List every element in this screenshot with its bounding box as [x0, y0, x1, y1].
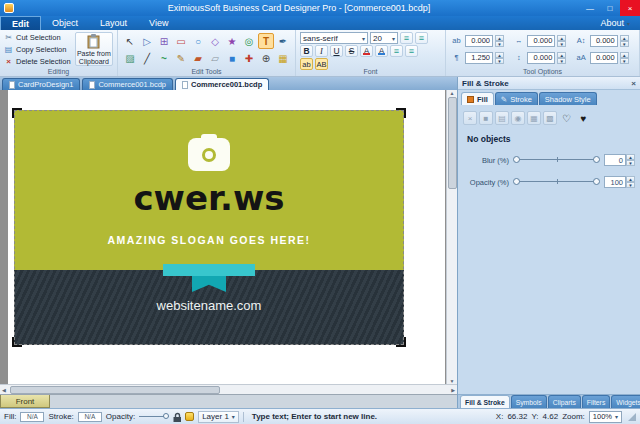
- offset-x-spinner[interactable]: ↔ 0.000 ▲▼: [512, 33, 572, 49]
- font-color-button[interactable]: A: [360, 45, 373, 57]
- design-page[interactable]: cwer.ws AMAZING SLOGAN GOES HERE! websit…: [8, 90, 445, 384]
- transform-tool[interactable]: ⊞: [156, 33, 172, 49]
- panel-bottom-tab-symbols[interactable]: Symbols: [511, 395, 547, 408]
- bold-button[interactable]: B: [300, 45, 313, 57]
- fill-tool[interactable]: ■: [224, 50, 240, 66]
- card-website-text[interactable]: websitename.com: [14, 298, 404, 313]
- tab-object[interactable]: Object: [41, 16, 89, 30]
- eraser-tool[interactable]: ▱: [207, 50, 223, 66]
- panel-close-icon[interactable]: ×: [631, 79, 636, 88]
- delete-selection-button[interactable]: × Delete Selection: [4, 56, 71, 66]
- grid-tool[interactable]: ▦: [275, 50, 291, 66]
- letter-spacing-spinner[interactable]: ab 0.000 ▲▼: [450, 33, 510, 49]
- card-slogan-text[interactable]: AMAZING SLOGAN GOES HERE!: [14, 234, 404, 246]
- opacity-slider-thumb[interactable]: [593, 178, 600, 185]
- polygon-tool[interactable]: ◇: [207, 33, 223, 49]
- vertical-scroll-thumb[interactable]: [448, 97, 457, 189]
- baseline-spinner[interactable]: aA 0.000 ▲▼: [575, 50, 635, 66]
- node-edit-tool[interactable]: ▷: [139, 33, 155, 49]
- zoom-tool[interactable]: ⊕: [258, 50, 274, 66]
- page-tab-front[interactable]: Front: [0, 395, 50, 408]
- blur-slider[interactable]: [513, 154, 600, 166]
- pencil-tool[interactable]: ✎: [173, 50, 189, 66]
- spiral-tool[interactable]: ◎: [241, 33, 257, 49]
- align-left-button[interactable]: ≡: [400, 32, 413, 44]
- copy-selection-button[interactable]: ▤ Copy Selection: [4, 44, 71, 54]
- panel-tab-stroke[interactable]: ✎ Stroke: [495, 92, 538, 105]
- blur-spinner[interactable]: 0 ▲▼: [604, 154, 635, 166]
- opacity-value[interactable]: 100: [604, 176, 626, 188]
- opacity-slider[interactable]: [513, 176, 600, 188]
- highlight-color-button[interactable]: A: [375, 45, 388, 57]
- line-spacing-spinner[interactable]: ¶ 1.250 ▲▼: [450, 50, 510, 66]
- zoom-select[interactable]: 100% ▾: [589, 411, 622, 423]
- kerning-spinner[interactable]: A↕ 0.000 ▲▼: [575, 33, 635, 49]
- brush-tool[interactable]: ▰: [190, 50, 206, 66]
- spinner-arrows[interactable]: ▲▼: [626, 176, 635, 188]
- italic-button[interactable]: I: [315, 45, 328, 57]
- panel-bottom-tab-widgets[interactable]: Widgets: [611, 395, 640, 408]
- paste-from-clipboard-button[interactable]: Paste from Clipboard: [75, 32, 113, 66]
- minimize-button[interactable]: —: [580, 0, 600, 16]
- baseline-value[interactable]: 0.000: [590, 52, 618, 64]
- layer-color-icon[interactable]: [185, 412, 194, 421]
- layer-select[interactable]: Layer 1 ▾: [198, 411, 239, 423]
- fill-linear-gradient-button[interactable]: ▤: [495, 111, 509, 125]
- pen-tool[interactable]: ✒: [275, 33, 291, 49]
- align-right-button[interactable]: ≡: [390, 45, 403, 57]
- close-button[interactable]: ×: [620, 0, 640, 16]
- business-card-object[interactable]: cwer.ws AMAZING SLOGAN GOES HERE! websit…: [14, 110, 404, 345]
- doc-tab-commerce001-active[interactable]: Commerce001.bcdp: [175, 78, 269, 90]
- panel-bottom-tab-cliparts[interactable]: Cliparts: [548, 395, 581, 408]
- scroll-left-icon[interactable]: ◀: [0, 387, 8, 393]
- eyedropper-tool[interactable]: ✚: [241, 50, 257, 66]
- card-brand-text[interactable]: cwer.ws: [14, 178, 404, 218]
- camera-icon[interactable]: [188, 138, 230, 171]
- panel-bottom-tab-fill-stroke[interactable]: Fill & Stroke: [460, 395, 510, 408]
- line-tool[interactable]: ╱: [139, 50, 155, 66]
- tab-layout[interactable]: Layout: [89, 16, 138, 30]
- lock-icon[interactable]: [173, 412, 181, 422]
- spinner-arrows[interactable]: ▲▼: [620, 52, 629, 64]
- card-ribbon-bar[interactable]: [163, 264, 255, 276]
- offset-y-value[interactable]: 0.000: [527, 52, 555, 64]
- blur-slider-thumb[interactable]: [513, 156, 520, 163]
- horizontal-scroll-thumb[interactable]: [10, 386, 220, 394]
- fill-pattern-button[interactable]: ▦: [527, 111, 541, 125]
- fill-texture-button[interactable]: ▩: [543, 111, 557, 125]
- offset-x-value[interactable]: 0.000: [527, 35, 555, 47]
- kerning-value[interactable]: 0.000: [590, 35, 618, 47]
- tab-view[interactable]: View: [138, 16, 179, 30]
- horizontal-scrollbar[interactable]: ◀ ▶: [0, 384, 457, 394]
- spinner-arrows[interactable]: ▲▼: [557, 35, 566, 47]
- font-family-select[interactable]: sans-serif ▾: [300, 32, 368, 44]
- ellipse-tool[interactable]: ○: [190, 33, 206, 49]
- fill-solid-button[interactable]: ■: [479, 111, 493, 125]
- cut-selection-button[interactable]: ✂ Cut Selection: [4, 32, 71, 42]
- panel-tab-fill[interactable]: Fill: [461, 92, 494, 105]
- align-center-button[interactable]: ≡: [415, 32, 428, 44]
- fill-none-button[interactable]: ×: [463, 111, 477, 125]
- align-justify-button[interactable]: ≡: [405, 45, 418, 57]
- vertical-scrollbar[interactable]: ▲ ▼: [446, 90, 457, 384]
- canvas-area[interactable]: cwer.ws AMAZING SLOGAN GOES HERE! websit…: [0, 90, 457, 384]
- spinner-arrows[interactable]: ▲▼: [557, 52, 566, 64]
- curve-tool[interactable]: ~: [156, 50, 172, 66]
- spinner-arrows[interactable]: ▲▼: [626, 154, 635, 166]
- gradient-tool[interactable]: ▨: [122, 50, 138, 66]
- offset-y-spinner[interactable]: ↕ 0.000 ▲▼: [512, 50, 572, 66]
- maximize-button[interactable]: □: [600, 0, 620, 16]
- blur-value[interactable]: 0: [604, 154, 626, 166]
- panel-bottom-tab-filters[interactable]: Filters: [582, 395, 611, 408]
- line-spacing-value[interactable]: 1.250: [465, 52, 493, 64]
- select-tool[interactable]: ↖: [122, 33, 138, 49]
- spinner-arrows[interactable]: ▲▼: [495, 35, 504, 47]
- tab-edit[interactable]: Edit: [0, 16, 41, 30]
- panel-tab-shadow-style[interactable]: Shadow Style: [539, 92, 597, 105]
- doc-tab-commerce001-a[interactable]: Commerce001.bcdp: [82, 78, 173, 90]
- favorite-outline-icon[interactable]: ♡: [559, 111, 574, 125]
- underline-button[interactable]: U: [330, 45, 343, 57]
- rectangle-tool[interactable]: ▭: [173, 33, 189, 49]
- stroke-status-swatch[interactable]: N/A: [78, 412, 102, 422]
- scroll-up-icon[interactable]: ▲: [448, 90, 457, 96]
